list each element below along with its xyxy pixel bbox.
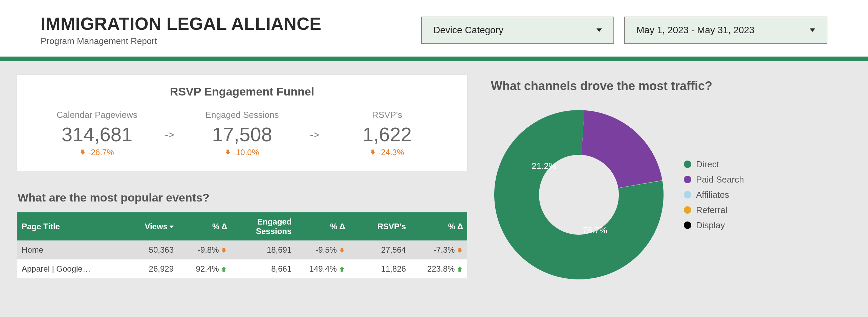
legend-label: Direct [696, 159, 719, 170]
legend-label: Display [696, 220, 725, 231]
events-table: Page Title Views % Δ Engaged Sessions % … [17, 212, 467, 278]
funnel-arrow: -> [308, 129, 321, 141]
chevron-down-icon [596, 28, 602, 32]
delta-text: -26.7% [88, 148, 114, 157]
col-views[interactable]: Views [117, 212, 178, 240]
donut-label-paid: 21.2% [531, 161, 557, 171]
report-header: IMMIGRATION LEGAL ALLIANCE Program Manag… [0, 0, 868, 57]
cell-rsvp: 27,564 [349, 240, 410, 259]
events-heading: What are the most popular events? [18, 191, 467, 204]
events-table-head: Page Title Views % Δ Engaged Sessions % … [17, 212, 467, 240]
funnel-step-value: 314,681 [30, 123, 164, 146]
col-rsvp[interactable]: RSVP's [349, 212, 410, 240]
funnel-step-label: Calendar Pageviews [30, 110, 164, 120]
channels-legend: DirectPaid SearchAffiliatesReferralDispl… [684, 159, 744, 231]
arrow-down-icon: 🡇 [370, 149, 376, 156]
donut-slice[interactable] [574, 107, 662, 193]
funnel-row: Calendar Pageviews 314,681 🡇 -26.7% -> E… [30, 110, 454, 157]
delta-text: -10.0% [233, 148, 259, 157]
date-range-dropdown[interactable]: May 1, 2023 - May 31, 2023 [624, 17, 827, 44]
legend-label: Referral [696, 205, 727, 215]
cell-engaged-delta: -9.5% 🡇 [296, 240, 349, 259]
donut-chart: 21.2% 78.7% [491, 107, 667, 283]
cell-engaged: 8,661 [231, 259, 296, 278]
legend-item[interactable]: Display [684, 220, 744, 231]
arrow-down-icon: 🡇 [339, 247, 345, 254]
cell-title: Home [17, 240, 117, 259]
col-page-title[interactable]: Page Title [17, 212, 117, 240]
table-row[interactable]: Apparel | Google…26,92992.4% 🡅8,661149.4… [17, 259, 467, 278]
col-rsvp-delta[interactable]: % Δ [410, 212, 467, 240]
date-range-label: May 1, 2023 - May 31, 2023 [636, 25, 755, 36]
cell-views-delta: 92.4% 🡅 [178, 259, 231, 278]
donut-slice[interactable] [491, 107, 667, 283]
col-label: Sessions [256, 227, 291, 236]
chevron-down-icon [810, 28, 815, 32]
header-controls: Device Category May 1, 2023 - May 31, 20… [421, 17, 827, 44]
device-category-label: Device Category [433, 25, 503, 36]
funnel-card: RSVP Engagement Funnel Calendar Pageview… [17, 75, 467, 171]
cell-views: 50,363 [117, 240, 178, 259]
report-subtitle: Program Management Report [41, 36, 322, 46]
legend-item[interactable]: Referral [684, 205, 744, 215]
legend-item[interactable]: Paid Search [684, 174, 744, 185]
device-category-dropdown[interactable]: Device Category [421, 17, 614, 44]
arrow-down-icon: 🡇 [80, 149, 86, 156]
funnel-step-value: 17,508 [176, 123, 309, 146]
funnel-step-label: RSVP's [321, 110, 454, 120]
events-table-body: Home50,363-9.8% 🡇18,691-9.5% 🡇27,564-7.3… [17, 240, 467, 278]
col-label: Views [145, 222, 168, 231]
legend-swatch [684, 206, 691, 214]
legend-item[interactable]: Affiliates [684, 190, 744, 200]
cell-rsvp-delta: -7.3% 🡇 [410, 240, 467, 259]
col-label: Engaged [257, 217, 291, 226]
cell-title: Apparel | Google… [17, 259, 117, 278]
cell-rsvp: 11,826 [349, 259, 410, 278]
arrow-up-icon: 🡅 [221, 266, 227, 273]
legend-swatch [684, 221, 691, 229]
channels-chart-area: 21.2% 78.7% DirectPaid SearchAffiliatesR… [491, 107, 851, 283]
funnel-step-value: 1,622 [321, 123, 454, 146]
divider-bar [0, 57, 868, 61]
content-area: RSVP Engagement Funnel Calendar Pageview… [0, 61, 868, 296]
funnel-step-pageviews: Calendar Pageviews 314,681 🡇 -26.7% [30, 110, 164, 157]
col-views-delta[interactable]: % Δ [178, 212, 231, 240]
funnel-step-rsvp: RSVP's 1,622 🡇 -24.3% [321, 110, 454, 157]
arrow-down-icon: 🡇 [225, 149, 231, 156]
donut-label-direct: 78.7% [582, 225, 607, 236]
right-column: What channels drove the most traffic? 21… [491, 75, 851, 283]
funnel-arrow: -> [164, 129, 176, 141]
donut-svg [491, 107, 667, 283]
legend-item[interactable]: Direct [684, 159, 744, 170]
legend-swatch [684, 161, 691, 168]
cell-rsvp-delta: 223.8% 🡅 [410, 259, 467, 278]
col-engaged[interactable]: Engaged Sessions [231, 212, 296, 240]
funnel-step-engaged: Engaged Sessions 17,508 🡇 -10.0% [176, 110, 309, 157]
cell-views-delta: -9.8% 🡇 [178, 240, 231, 259]
funnel-step-delta: 🡇 -10.0% [225, 148, 259, 157]
title-block: IMMIGRATION LEGAL ALLIANCE Program Manag… [41, 14, 322, 46]
col-engaged-delta[interactable]: % Δ [296, 212, 349, 240]
funnel-step-delta: 🡇 -26.7% [80, 148, 114, 157]
arrow-up-icon: 🡅 [457, 266, 463, 273]
legend-label: Paid Search [696, 174, 744, 185]
arrow-up-icon: 🡅 [339, 266, 345, 273]
cell-engaged-delta: 149.4% 🡅 [296, 259, 349, 278]
channels-heading: What channels drove the most traffic? [491, 79, 851, 93]
legend-swatch [684, 176, 691, 183]
arrow-down-icon: 🡇 [221, 247, 227, 254]
legend-swatch [684, 191, 691, 198]
sort-desc-icon [170, 226, 174, 228]
left-column: RSVP Engagement Funnel Calendar Pageview… [17, 75, 467, 283]
funnel-step-label: Engaged Sessions [176, 110, 309, 120]
legend-label: Affiliates [696, 190, 729, 200]
delta-text: -24.3% [378, 148, 404, 157]
report-title: IMMIGRATION LEGAL ALLIANCE [41, 14, 322, 34]
cell-views: 26,929 [117, 259, 178, 278]
funnel-step-delta: 🡇 -24.3% [370, 148, 404, 157]
funnel-title: RSVP Engagement Funnel [30, 85, 454, 98]
table-row[interactable]: Home50,363-9.8% 🡇18,691-9.5% 🡇27,564-7.3… [17, 240, 467, 259]
cell-engaged: 18,691 [231, 240, 296, 259]
arrow-down-icon: 🡇 [457, 247, 463, 254]
